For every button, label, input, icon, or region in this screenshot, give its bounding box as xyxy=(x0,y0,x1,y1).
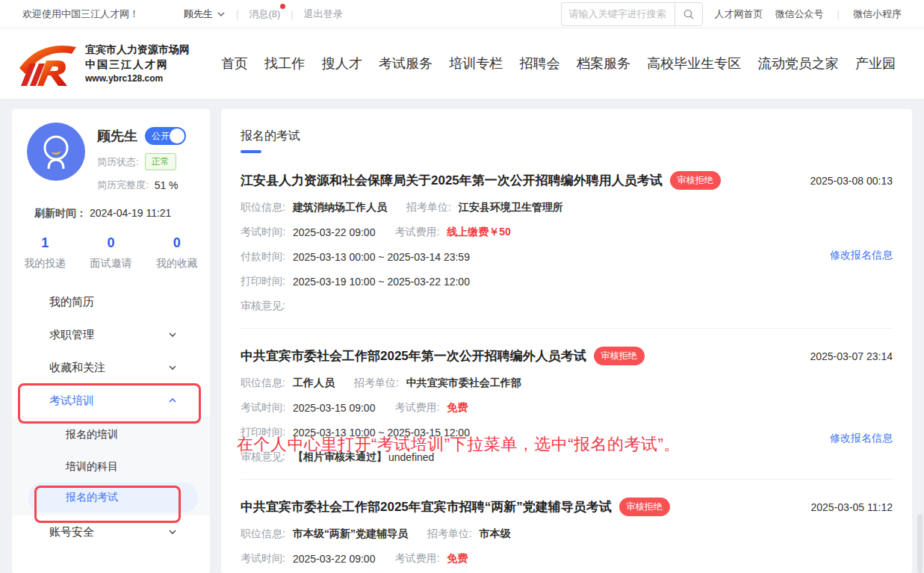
refresh-time-value: 2024-04-19 11:21 xyxy=(90,207,172,219)
user-name: 顾先生 xyxy=(184,7,213,21)
chevron-down-icon xyxy=(217,10,226,19)
nav-archive-service[interactable]: 档案服务 xyxy=(577,55,630,72)
exam-list-item: 江安县人力资源和社会保障局关于2025年第一次公开招聘编外聘用人员考试 审核拒绝… xyxy=(241,153,893,329)
nav-search-talent[interactable]: 搜人才 xyxy=(322,55,362,72)
avatar-person-icon xyxy=(35,130,77,173)
search-icon xyxy=(683,8,695,20)
main-panel: 报名的考试 江安县人力资源和社会保障局关于2025年第一次公开招聘编外聘用人员考… xyxy=(221,109,912,573)
exam-time-label: 考试时间: xyxy=(241,552,285,566)
top-utility-bar: 欢迎使用中国三江人才网！ 顾先生 | 消息(8) | 退出登录 人才网首页 微信… xyxy=(0,0,924,28)
status-badge: 正常 xyxy=(145,153,176,170)
stat-my-applications[interactable]: 1 我的投递 xyxy=(12,235,78,270)
sidebar-subitem-training-subjects[interactable]: 培训的科目 xyxy=(12,450,210,483)
resume-completeness-value: 51 % xyxy=(155,179,179,191)
sidebar: 顾先生 公开 简历状态: 正常 简历完整度: 51 % 刷新时间： 2024 xyxy=(12,109,210,573)
search-input[interactable] xyxy=(561,2,675,26)
pay-time-label: 付款时间: xyxy=(241,250,285,264)
exam-training-submenu: 报名的培训 培训的科目 报名的考试 xyxy=(12,417,210,515)
nav-mobile-party-home[interactable]: 流动党员之家 xyxy=(758,55,839,72)
sidebar-item-exam-training[interactable]: 考试培训 xyxy=(12,384,210,417)
stat-interview-invites[interactable]: 0 面试邀请 xyxy=(78,235,143,270)
unit-label: 招考单位: xyxy=(354,377,399,390)
avatar[interactable] xyxy=(27,123,85,181)
resume-completeness-label: 简历完整度: xyxy=(97,179,149,192)
annotation-text: 在个人中心里打开“考试培训”下拉菜单，选中“报名的考试”。 xyxy=(237,433,680,456)
stat-label: 我的投递 xyxy=(12,257,78,270)
messages-link[interactable]: 消息(8) xyxy=(249,7,280,21)
sidebar-subitem-registered-trainings[interactable]: 报名的培训 xyxy=(12,418,210,450)
sidebar-item-my-resume[interactable]: 我的简历 xyxy=(12,285,210,318)
unit-label: 招考单位: xyxy=(427,527,472,541)
exam-title[interactable]: 中共宜宾市委社会工作部2025年宜宾市招聘“两新”党建辅导员考试 xyxy=(241,498,612,515)
position-value: 工作人员 xyxy=(293,377,335,390)
sidebar-item-favorites-follows[interactable]: 收藏和关注 xyxy=(12,351,210,384)
exam-title[interactable]: 江安县人力资源和社会保障局关于2025年第一次公开招聘编外聘用人员考试 xyxy=(241,172,663,189)
submenu-label: 报名的考试 xyxy=(66,491,118,504)
nav-job-fair[interactable]: 招聘会 xyxy=(520,55,560,72)
edit-registration-link[interactable]: 修改报名信息 xyxy=(830,432,893,445)
notification-dot xyxy=(280,4,285,9)
messages-label: 消息(8) xyxy=(249,8,280,19)
wechat-official-link[interactable]: 微信公众号 xyxy=(775,7,824,21)
divider: | xyxy=(291,8,293,19)
user-menu[interactable]: 顾先生 xyxy=(184,7,226,21)
talent-home-link[interactable]: 人才网首页 xyxy=(715,7,763,21)
pay-time-value: 2025-03-13 00:00 ~ 2025-03-14 23:59 xyxy=(293,251,470,263)
position-label: 职位信息: xyxy=(241,527,285,541)
exam-date: 2025-03-07 23:14 xyxy=(810,350,893,362)
primary-nav: 首页 找工作 搜人才 考试服务 培训专栏 招聘会 档案服务 高校毕业生专区 流动… xyxy=(221,55,896,72)
exam-time-value: 2025-03-22 09:00 xyxy=(293,553,376,565)
position-value: 市本级“两新”党建辅导员 xyxy=(293,527,408,541)
logo-url: www.ybrc128.com xyxy=(85,72,190,85)
menu-label: 账号安全 xyxy=(49,525,94,539)
submenu-label: 培训的科目 xyxy=(66,460,118,474)
fee-value: 免费 xyxy=(447,552,468,566)
stat-my-favorites[interactable]: 0 我的收藏 xyxy=(144,235,210,270)
search-button[interactable] xyxy=(675,2,703,26)
sidebar-item-job-management[interactable]: 求职管理 xyxy=(12,318,210,351)
position-value: 建筑消纳场工作人员 xyxy=(293,201,387,214)
wechat-miniprogram-link[interactable]: 微信小程序 xyxy=(853,7,902,21)
page-title: 报名的考试 xyxy=(241,109,893,144)
status-badge-rejected: 审核拒绝 xyxy=(670,171,721,190)
main-header: 宜宾市人力资源市场网 中国三江人才网 www.ybrc128.com 首页 找工… xyxy=(0,28,924,99)
unit-label: 招考单位: xyxy=(406,201,451,214)
scrollbar-thumb[interactable] xyxy=(917,514,923,573)
nav-training[interactable]: 培训专栏 xyxy=(449,55,503,72)
exam-time-value: 2025-03-15 09:00 xyxy=(293,402,376,414)
divider: | xyxy=(236,8,238,19)
position-label: 职位信息: xyxy=(241,201,285,214)
resume-status-label: 简历状态: xyxy=(97,155,139,169)
fee-label: 考试费用: xyxy=(394,552,439,566)
stat-label: 我的收藏 xyxy=(144,257,210,270)
stat-value: 0 xyxy=(144,235,210,251)
divider: | xyxy=(837,8,840,19)
search-group xyxy=(561,2,703,26)
edit-registration-link[interactable]: 修改报名信息 xyxy=(830,249,893,262)
logout-link[interactable]: 退出登录 xyxy=(304,7,343,21)
sidebar-item-account-security[interactable]: 账号安全 xyxy=(12,515,210,548)
exam-list-item: 中共宜宾市委社会工作部2025年宜宾市招聘“两新”党建辅导员考试 审核拒绝 20… xyxy=(241,480,893,573)
fee-label: 考试费用: xyxy=(394,401,439,415)
sidebar-subitem-registered-exams[interactable]: 报名的考试 xyxy=(28,483,198,512)
print-time-value: 2025-03-19 10:00 ~ 2025-03-22 12:00 xyxy=(293,276,470,288)
menu-label: 求职管理 xyxy=(49,328,94,342)
toggle-knob xyxy=(170,128,185,143)
exam-title[interactable]: 中共宜宾市委社会工作部2025年第一次公开招聘编外人员考试 xyxy=(241,347,586,365)
nav-exam-service[interactable]: 考试服务 xyxy=(379,55,432,72)
exam-time-value: 2025-03-22 09:00 xyxy=(293,226,376,238)
print-time-label: 打印时间: xyxy=(241,275,285,288)
logo-text: 宜宾市人力资源市场网 中国三江人才网 www.ybrc128.com xyxy=(85,42,190,85)
nav-find-job[interactable]: 找工作 xyxy=(264,55,305,72)
nav-home[interactable]: 首页 xyxy=(221,55,248,72)
stats-row: 1 我的投递 0 面试邀请 0 我的收藏 xyxy=(12,235,210,285)
nav-graduates-zone[interactable]: 高校毕业生专区 xyxy=(647,55,741,72)
logo-line2: 中国三江人才网 xyxy=(85,57,190,72)
profile-name: 顾先生 xyxy=(97,127,137,145)
stat-label: 面试邀请 xyxy=(78,257,143,270)
review-label: 审核意见: xyxy=(241,300,285,313)
visibility-toggle[interactable]: 公开 xyxy=(145,127,186,145)
chevron-down-icon xyxy=(168,527,177,536)
nav-industrial-park[interactable]: 产业园 xyxy=(855,55,896,72)
site-logo[interactable]: 宜宾市人力资源市场网 中国三江人才网 www.ybrc128.com xyxy=(16,38,190,89)
